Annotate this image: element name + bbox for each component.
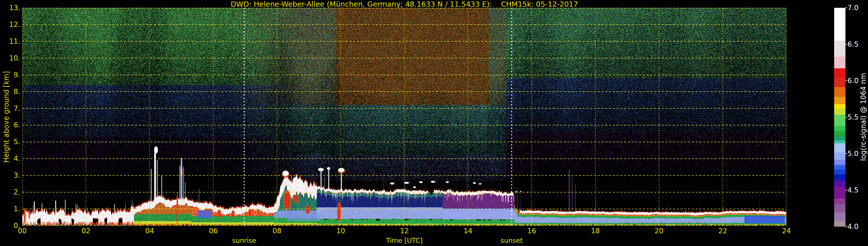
colorbar-tick-mark [845, 226, 847, 227]
colorbar-tick-mark [845, 44, 847, 44]
colorbar-tick-mark [845, 190, 847, 190]
x-tick-label: 12 [392, 227, 417, 235]
y-tick-label: 13. [0, 3, 20, 12]
y-tick-label: 1. [0, 205, 20, 213]
y-tick-label: 11. [0, 37, 20, 46]
colorbar-label: log(rc-signal) @ 1064 nm [859, 73, 867, 161]
x-tick-label: 24 [773, 227, 799, 235]
x-tick-label: 18 [582, 227, 609, 235]
sunrise-annotation: sunrise [221, 237, 267, 244]
y-tick-label: 8. [0, 87, 20, 96]
colorbar-tick-label: 6.5 [847, 40, 868, 49]
colorbar-tick-label: 7.0 [847, 3, 868, 12]
y-tick-label: 10. [0, 54, 20, 63]
x-tick-label: 20 [646, 227, 672, 235]
x-tick-label: 08 [264, 227, 290, 235]
x-tick-label: 02 [73, 227, 99, 235]
y-tick-label: 7. [0, 104, 20, 113]
x-tick-label: 22 [710, 227, 736, 235]
colorbar-tick-mark [845, 81, 847, 81]
y-tick-label: 5. [0, 137, 20, 146]
y-axis-label: Height above ground [km] [2, 71, 10, 163]
y-tick-label: 4. [0, 154, 20, 163]
x-tick-label: 06 [200, 227, 226, 235]
ceilometer-quicklook-page: DWD: Helene-Weber-Allee (München, German… [0, 0, 868, 246]
backscatter-heatmap-canvas [22, 8, 786, 226]
x-tick-label: 16 [519, 227, 545, 235]
y-tick-label: 2. [0, 188, 20, 196]
colorbar-tick-mark [845, 117, 847, 118]
y-tick-label: 3. [0, 171, 20, 180]
y-tick-label: 6. [0, 121, 20, 129]
sunset-annotation: sunset [488, 237, 535, 244]
page-title: DWD: Helene-Weber-Allee (München, German… [22, 0, 786, 8]
x-tick-label: 10 [328, 227, 353, 235]
colorbar-tick-mark [845, 153, 847, 154]
y-tick-label: 12. [0, 20, 20, 29]
colorbar-tick-label: 4.5 [847, 186, 868, 194]
colorbar-tick-label: 4.0 [847, 222, 868, 231]
colorbar-tick-mark [845, 7, 847, 8]
colorbar [834, 8, 845, 226]
y-tick-label: 9. [0, 71, 20, 79]
x-axis-label: Time [UTC] [370, 237, 439, 244]
x-tick-label: 00 [9, 227, 35, 235]
x-tick-label: 04 [136, 227, 163, 235]
x-tick-label: 14 [455, 227, 481, 235]
